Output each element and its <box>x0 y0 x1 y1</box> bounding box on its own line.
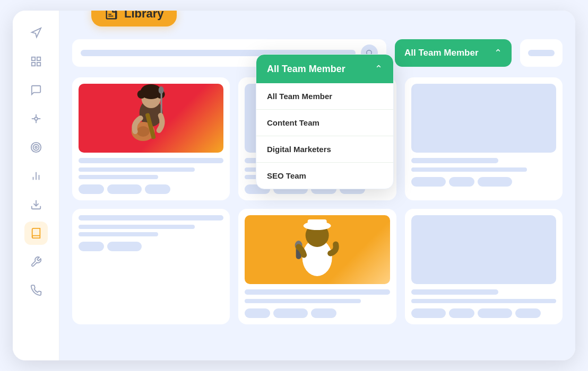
svg-point-11 <box>33 145 39 151</box>
sidebar-item-dashboard[interactable] <box>24 50 48 73</box>
svg-point-5 <box>34 117 38 120</box>
card-tags-5 <box>245 308 390 318</box>
filter-button[interactable] <box>520 39 563 67</box>
svg-rect-34 <box>308 219 327 228</box>
card-singer[interactable] <box>238 209 396 324</box>
card-text-6a <box>411 299 556 303</box>
card-title-6 <box>411 289 498 295</box>
chevron-up-icon: ⌃ <box>494 47 502 59</box>
svg-point-29 <box>137 126 150 137</box>
guitar-player-illustration <box>79 84 223 153</box>
card-title-1 <box>79 158 223 163</box>
card-tag <box>449 177 474 187</box>
card-guitar-player[interactable] <box>72 77 230 200</box>
sidebar <box>13 11 59 360</box>
card-image-6 <box>411 215 556 284</box>
card-tags-4 <box>79 242 223 251</box>
card-tags-6 <box>411 308 556 318</box>
svg-point-27 <box>159 86 164 94</box>
dropdown-header-chevron-icon: ⌃ <box>375 63 383 75</box>
dropdown-item-all-team[interactable]: All Team Member <box>256 83 393 110</box>
card-image-guitar <box>79 84 223 153</box>
card-text-3a <box>411 167 528 172</box>
dropdown-item-seo-team[interactable]: SEO Team <box>256 163 393 189</box>
dropdown-menu: All Team Member ⌃ All Team Member Conten… <box>256 54 394 189</box>
dropdown-item-content-team[interactable]: Content Team <box>256 110 393 136</box>
main-content: Library All Team Member ⌃ <box>59 11 575 360</box>
card-tag <box>478 308 512 318</box>
team-filter-dropdown[interactable]: All Team Member ⌃ <box>395 39 512 67</box>
sidebar-item-library[interactable] <box>24 222 48 245</box>
card-text-4[interactable] <box>72 209 230 324</box>
svg-rect-1 <box>31 57 34 60</box>
card-tag <box>478 177 512 187</box>
svg-point-12 <box>35 146 37 148</box>
svg-rect-3 <box>31 63 34 66</box>
sidebar-item-chart[interactable] <box>24 164 48 188</box>
card-tag <box>273 308 308 318</box>
card-text-1b <box>79 175 158 179</box>
card-tag <box>107 184 142 194</box>
card-text-1a <box>79 167 195 172</box>
sidebar-item-messages[interactable] <box>24 78 48 102</box>
library-icon <box>104 11 119 21</box>
card-tag <box>411 177 446 187</box>
card-text-5a <box>245 299 361 303</box>
library-title: Library <box>124 11 164 21</box>
svg-rect-2 <box>37 57 40 60</box>
library-badge: Library <box>91 11 177 26</box>
card-tag <box>411 308 446 318</box>
card-placeholder-3[interactable] <box>405 77 563 200</box>
dropdown-selected-label: All Team Member <box>404 48 488 58</box>
singer-illustration <box>245 215 390 284</box>
card-tag <box>79 242 104 251</box>
svg-marker-0 <box>31 28 40 37</box>
sidebar-item-network[interactable] <box>24 107 48 130</box>
card-tag <box>145 184 170 194</box>
svg-rect-18 <box>108 16 113 17</box>
svg-rect-17 <box>108 14 111 15</box>
dropdown-menu-header[interactable]: All Team Member ⌃ <box>256 55 393 83</box>
svg-rect-4 <box>37 63 40 66</box>
card-placeholder-6[interactable] <box>405 209 563 324</box>
card-tag <box>449 308 474 318</box>
sidebar-item-target[interactable] <box>24 136 48 159</box>
svg-point-24 <box>137 90 146 99</box>
dropdown-item-digital-marketers[interactable]: Digital Marketers <box>256 136 393 163</box>
card-tag <box>515 308 541 318</box>
card-tag <box>245 308 270 318</box>
sidebar-item-download[interactable] <box>24 193 48 216</box>
card-title-4 <box>79 215 223 220</box>
card-tag <box>311 308 336 318</box>
card-title-3 <box>411 158 498 163</box>
card-text-4b <box>79 232 158 236</box>
sidebar-item-tools[interactable] <box>24 250 48 273</box>
dropdown-header-label: All Team Member <box>267 64 345 75</box>
card-tags-1 <box>79 184 223 194</box>
card-image-3 <box>411 84 556 153</box>
card-image-singer <box>245 215 390 284</box>
card-title-5 <box>245 289 390 295</box>
sidebar-item-support[interactable] <box>24 279 48 302</box>
card-tag <box>79 184 104 194</box>
sidebar-item-navigate[interactable] <box>24 21 48 45</box>
app-container: Library All Team Member ⌃ <box>13 11 575 360</box>
card-text-4a <box>79 225 195 229</box>
filter-placeholder <box>528 50 555 56</box>
card-tags-3 <box>411 177 556 187</box>
card-tag <box>107 242 142 251</box>
